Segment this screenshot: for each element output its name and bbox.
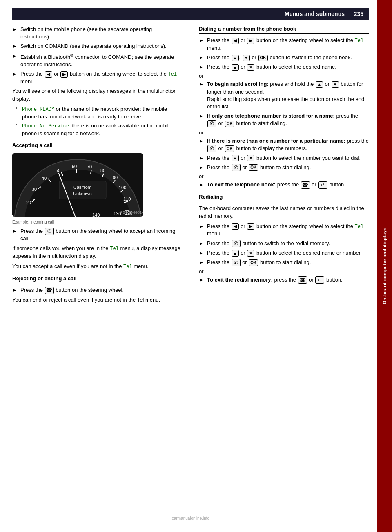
svg-text:Call from: Call from — [74, 185, 91, 190]
svg-rect-27 — [59, 181, 106, 199]
bullet-exit-redial-text: To exit the redial memory: press the ☎ o… — [207, 276, 369, 284]
down-btn3: ▼ — [332, 81, 339, 88]
svg-text:70: 70 — [87, 164, 92, 169]
arrow-icon: ► — [199, 240, 205, 248]
call-btn3: ✆ — [207, 145, 216, 152]
phone-ready-code: Phone READY — [22, 107, 54, 112]
website-label: carmanualonline.info — [172, 516, 209, 521]
main-content: Menus and submenus 235 ► Switch on the m… — [0, 0, 377, 532]
svg-text:50: 50 — [56, 168, 60, 173]
header-title: Menus and submenus — [285, 11, 345, 17]
bullet-redial-lr-text: Press the ◀ or ▶ button on the steering … — [207, 223, 369, 238]
bullet-redial-memory-text: Press the ✆ button to switch to the redi… — [207, 240, 369, 248]
sidebar-tab-text: On-board computer and displays — [382, 228, 387, 304]
svg-text:80: 80 — [100, 168, 105, 173]
bullet-select-number: ► Press the ▲ or ▼ button to select the … — [199, 154, 369, 162]
right-column: Dialing a number from the phone book ► P… — [195, 26, 369, 513]
tel-code3: Tel — [355, 38, 364, 44]
svg-text:140: 140 — [92, 212, 100, 217]
bullet-phone-book-switch: ► Press the ▲, ▼ or OK button to switch … — [199, 54, 369, 61]
bullet-select-name-text: Press the ▲ or ▼ button to select the de… — [207, 63, 369, 71]
down-btn4: ▼ — [247, 155, 254, 161]
arrow-icon: ► — [199, 181, 205, 189]
bullet-switch-comand-text: Switch on COMAND (see the separate opera… — [20, 42, 183, 50]
up-btn: ▲ — [232, 55, 239, 61]
sub-bullet-no-service-text: Phone No Service: there is no network av… — [22, 122, 183, 137]
accepting-call-heading: Accepting a call — [12, 142, 183, 150]
redialing-intro: The on-board computer saves the last nam… — [199, 205, 369, 220]
phone-no-service-code: Phone No Service — [22, 123, 69, 129]
left-column: ► Switch on the mobile phone (see the se… — [12, 26, 187, 513]
svg-text:90: 90 — [113, 175, 118, 180]
bullet-rapid-scroll: ► To begin rapid scrolling: press and ho… — [199, 80, 369, 110]
rejecting-call-heading: Rejecting or ending a call — [12, 275, 183, 283]
arrow-icon: ► — [12, 287, 19, 294]
ok-btn: OK — [258, 55, 268, 61]
footer-watermark: carmanualonline.info — [12, 513, 369, 524]
bullet-start-dialing2: ► Press the ✆ or OK button to start dial… — [199, 259, 369, 266]
header-bar: Menus and submenus 235 — [12, 8, 369, 20]
accept-anytime-note: You can accept a call even if you are no… — [12, 263, 183, 270]
bullet-more-than-one: ► If there is more than one number for a… — [199, 137, 369, 152]
call-btn: ✆ — [45, 228, 54, 235]
gauge-display: 20 30 40 50 60 — [12, 153, 143, 217]
bullet-start-dialing2-text: Press the ✆ or OK button to start dialin… — [207, 259, 369, 266]
arrow-icon: ► — [12, 71, 19, 85]
bullet-select-number-text: Press the ▲ or ▼ button to select the nu… — [207, 154, 369, 162]
bullet-reject-call-text: Press the ☎ button on the steering wheel… — [20, 286, 183, 294]
bullet-exit-redial: ► To exit the redial memory: press the ☎… — [199, 276, 369, 284]
bullet-select-name: ► Press the ▲ or ▼ button to select the … — [199, 63, 369, 71]
bullet-bluetooth-text: Establish a Bluetooth® connection to COM… — [20, 52, 183, 69]
bullet-dial-lr: ► Press the ◀ or ▶ button on the steerin… — [199, 37, 369, 52]
bullet-press-lr-text: Press the ◀ or ▶ button on the steering … — [20, 70, 183, 85]
more-than-one-bold: If there is more than one number for a p… — [207, 138, 345, 144]
right-btn2: ▶ — [247, 38, 254, 44]
arrow-icon: ► — [12, 43, 19, 50]
reject-anytime-note: You can end or reject a call even if you… — [12, 296, 183, 304]
sub-bullet-no-service: • Phone No Service: there is no network … — [16, 122, 183, 137]
ok-btn4: OK — [249, 164, 258, 171]
bullet-rapid-scroll-text: To begin rapid scrolling: press and hold… — [207, 80, 369, 110]
right-btn: ▶ — [60, 71, 68, 78]
call-btn2: ✆ — [207, 120, 216, 127]
bullet-select-name-number: ► Press the ▲ or ▼ button to select the … — [199, 249, 369, 257]
tel-menu-code: Tel — [168, 72, 177, 77]
arrow-icon: ► — [199, 259, 205, 266]
exit-pb-bold: To exit the telephone book: — [207, 181, 276, 188]
call-btn5: ✆ — [232, 240, 241, 247]
dot-icon: • — [16, 122, 20, 137]
page-container: Menus and submenus 235 ► Switch on the m… — [0, 0, 392, 532]
ok-btn2: OK — [225, 121, 234, 127]
arrow-icon: ► — [199, 164, 205, 172]
bullet-only-one-number-text: If only one telephone number is stored f… — [207, 112, 369, 127]
bullet-start-dialing: ► Press the ✆ or OK button to start dial… — [199, 164, 369, 172]
svg-text:30: 30 — [32, 187, 37, 192]
bullet-redial-lr: ► Press the ◀ or ▶ button on the steerin… — [199, 223, 369, 238]
arrow-icon: ► — [199, 113, 205, 127]
tel-code: Tel — [110, 246, 119, 252]
bullet-start-dialing-text: Press the ✆ or OK button to start dialin… — [207, 164, 369, 172]
right-btn3: ▶ — [247, 223, 254, 230]
bullet-more-than-one-text: If there is more than one number for a p… — [207, 137, 369, 152]
bullet-accept-call: ► Press the ✆ button on the steering whe… — [12, 228, 183, 243]
left-btn: ◀ — [45, 71, 52, 78]
arrow-icon: ► — [12, 53, 19, 69]
or-1: or — [199, 73, 369, 79]
bullet-switch-phone: ► Switch on the mobile phone (see the se… — [12, 26, 183, 40]
up-btn3: ▲ — [316, 81, 323, 88]
bullet-only-one-number: ► If only one telephone number is stored… — [199, 112, 369, 127]
down-btn2: ▼ — [247, 64, 254, 71]
up-btn5: ▲ — [232, 250, 239, 257]
svg-text:130: 130 — [114, 211, 121, 216]
arrow-icon: ► — [199, 54, 205, 61]
left-btn3: ◀ — [232, 223, 239, 230]
tel-code4: Tel — [355, 224, 364, 230]
bullet-dial-lr-text: Press the ◀ or ▶ button on the steering … — [207, 37, 369, 52]
svg-line-11 — [76, 169, 77, 173]
bullet-switch-comand: ► Switch on COMAND (see the separate ope… — [12, 42, 183, 50]
end-call-btn3: ☎ — [298, 276, 307, 284]
arrow-icon: ► — [12, 26, 19, 40]
svg-text:P54-32-9981-31: P54-32-9981-31 — [120, 210, 143, 215]
arrow-icon: ► — [199, 250, 205, 257]
arrow-icon: ► — [12, 228, 19, 243]
